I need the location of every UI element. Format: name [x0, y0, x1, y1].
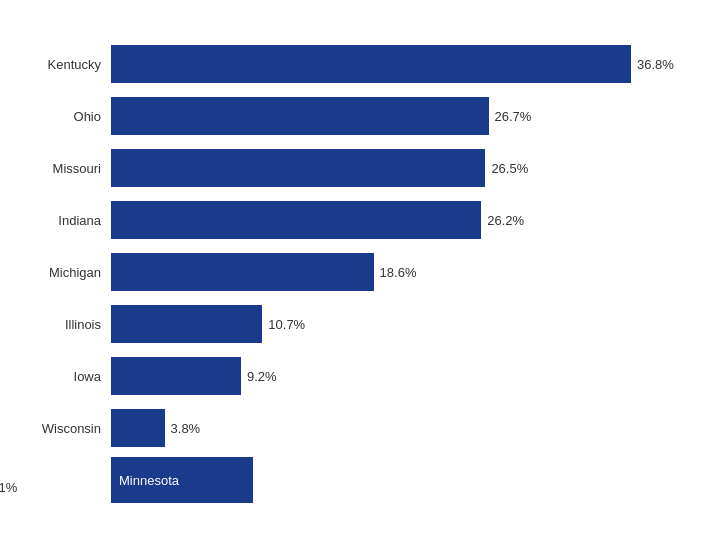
- chart-container: Kentucky36.8%Ohio26.7%Missouri26.5%India…: [11, 10, 691, 540]
- bar-value: 26.2%: [487, 213, 524, 228]
- bar-row: Wisconsin3.8%: [21, 405, 671, 451]
- bar-area: 26.2%: [111, 201, 671, 239]
- bar-value: 26.5%: [491, 161, 528, 176]
- bar-area: 10.7%: [111, 305, 671, 343]
- bar-area: 9.2%: [111, 357, 671, 395]
- bar-label-state: Iowa: [21, 369, 111, 384]
- bar-fill: [111, 305, 262, 343]
- bar-row: -10.1%Minnesota: [21, 457, 671, 503]
- bar-area: 3.8%: [111, 409, 671, 447]
- bar-row: Illinois10.7%: [21, 301, 671, 347]
- bar-row: Iowa9.2%: [21, 353, 671, 399]
- bar-state-inside: Minnesota: [119, 473, 179, 488]
- bar-label-state: Wisconsin: [21, 421, 111, 436]
- bar-value: 18.6%: [380, 265, 417, 280]
- bar-area: Minnesota: [111, 457, 671, 503]
- bar-fill: [111, 253, 374, 291]
- bar-fill: [111, 409, 165, 447]
- bar-label-state: Missouri: [21, 161, 111, 176]
- bar-area: 36.8%: [111, 45, 674, 83]
- bar-value: 26.7%: [495, 109, 532, 124]
- bar-row: Ohio26.7%: [21, 93, 671, 139]
- bar-value-negative: -10.1%: [0, 480, 17, 495]
- bar-label-state: Indiana: [21, 213, 111, 228]
- bar-row: Kentucky36.8%: [21, 41, 671, 87]
- bar-label-state: Illinois: [21, 317, 111, 332]
- bar-area: 18.6%: [111, 253, 671, 291]
- bar-row: Indiana26.2%: [21, 197, 671, 243]
- bar-fill: [111, 357, 241, 395]
- bar-fill: Minnesota: [111, 457, 253, 503]
- bar-fill: [111, 149, 485, 187]
- bar-label-state: Kentucky: [21, 57, 111, 72]
- bar-value: 36.8%: [637, 57, 674, 72]
- bar-label-state: Ohio: [21, 109, 111, 124]
- bar-fill: [111, 201, 481, 239]
- bar-label-state: Michigan: [21, 265, 111, 280]
- bar-fill: [111, 97, 489, 135]
- bar-row: Michigan18.6%: [21, 249, 671, 295]
- bar-row: Missouri26.5%: [21, 145, 671, 191]
- bar-value: 9.2%: [247, 369, 277, 384]
- bar-area: 26.5%: [111, 149, 671, 187]
- bar-value: 3.8%: [171, 421, 201, 436]
- bar-fill: [111, 45, 631, 83]
- bar-value: 10.7%: [268, 317, 305, 332]
- bar-area: 26.7%: [111, 97, 671, 135]
